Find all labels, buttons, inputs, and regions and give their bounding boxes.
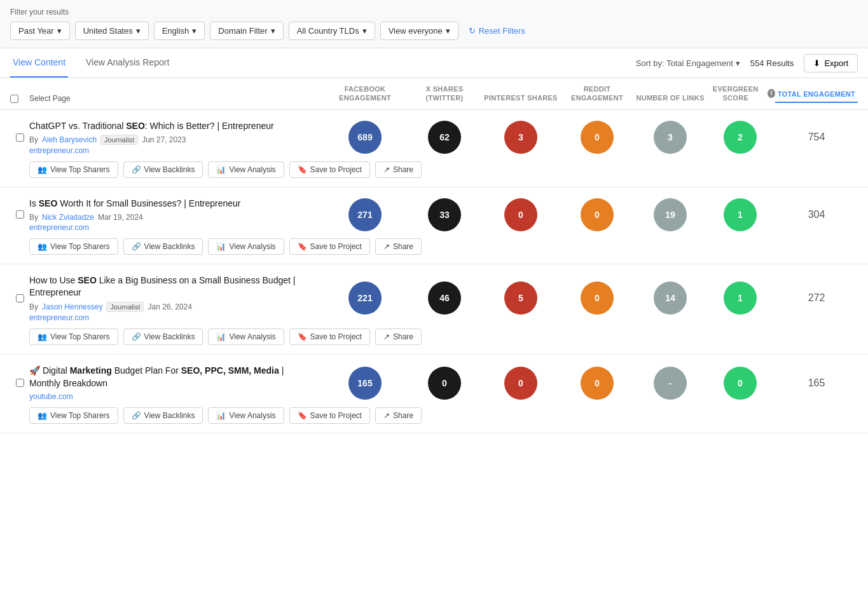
tab-view-analysis[interactable]: View Analysis Report xyxy=(83,48,172,78)
export-button[interactable]: ⬇ Export xyxy=(804,54,858,72)
col-xshares: X Shares (Twitter) xyxy=(406,85,483,103)
select-page-label: Select Page xyxy=(29,94,324,103)
row1-xshares: 62 xyxy=(406,121,483,154)
row1-view-analysis-btn[interactable]: 📊 View Analysis xyxy=(208,161,284,178)
col-pinterest: Pinterest Shares xyxy=(483,93,559,102)
row4-share-btn[interactable]: ↗ Share xyxy=(375,407,422,424)
export-icon: ⬇ xyxy=(813,58,820,68)
domain-filter-btn[interactable]: Domain Filter ▾ xyxy=(210,22,283,40)
row3-view-top-sharers-btn[interactable]: 👥 View Top Sharers xyxy=(29,329,118,345)
row4-domain[interactable]: youtube.com xyxy=(29,392,313,401)
row3-links-circle: 14 xyxy=(654,281,687,315)
row3-save-to-project-btn[interactable]: 🔖 Save to Project xyxy=(289,329,370,345)
select-all-checkbox[interactable] xyxy=(10,95,18,103)
row1-view-top-sharers-btn[interactable]: 👥 View Top Sharers xyxy=(29,161,118,178)
row3-date: Jan 26, 2024 xyxy=(148,302,191,311)
row2-view-analysis-btn[interactable]: 📊 View Analysis xyxy=(208,238,284,255)
language-filter-btn[interactable]: English ▾ xyxy=(154,22,205,40)
sort-by-btn[interactable]: Sort by: Total Engagement ▾ xyxy=(636,58,740,68)
row2-author[interactable]: Nick Zviadadze xyxy=(42,213,94,222)
row2-view-top-sharers-btn[interactable]: 👥 View Top Sharers xyxy=(29,238,118,255)
row3-total: 272 xyxy=(775,292,858,304)
row4-title: 🚀 Digital Marketing Budget Plan For SEO,… xyxy=(29,365,313,390)
bookmark-icon: 🔖 xyxy=(298,165,307,174)
row3-journalist-badge: Journalist xyxy=(106,302,144,312)
time-filter-btn[interactable]: Past Year ▾ xyxy=(10,22,70,40)
users-icon: 👥 xyxy=(38,411,47,420)
row4-checkbox[interactable] xyxy=(16,379,24,387)
export-label: Export xyxy=(824,58,848,68)
table-header-row: Select Page Facebook Engagement X Shares… xyxy=(0,78,868,110)
row3-reddit-circle: 0 xyxy=(581,281,614,315)
row3-view-backlinks-btn[interactable]: 🔗 View Backlinks xyxy=(123,329,203,345)
row4-view-top-sharers-btn[interactable]: 👥 View Top Sharers xyxy=(29,407,118,424)
row2-meta: By Nick Zviadadze Mar 19, 2024 xyxy=(29,213,313,222)
chart-icon: 📊 xyxy=(216,242,226,251)
row1-reddit-circle: 0 xyxy=(581,121,614,154)
row1-view-backlinks-btn[interactable]: 🔗 View Backlinks xyxy=(123,161,203,178)
row1-title: ChatGPT vs. Traditional SEO: Which is Be… xyxy=(29,120,313,133)
evergreen-info-icon[interactable]: i xyxy=(768,89,775,98)
row2-facebook-circle: 271 xyxy=(348,198,382,231)
row3-view-analysis-btn[interactable]: 📊 View Analysis xyxy=(208,329,284,345)
country-filter-btn[interactable]: United States ▾ xyxy=(75,22,149,40)
col-total: Total Engagement xyxy=(775,90,858,102)
row1-save-to-project-btn[interactable]: 🔖 Save to Project xyxy=(289,161,370,178)
language-filter-label: English xyxy=(162,26,189,36)
row2-pinterest-circle: 0 xyxy=(504,198,537,231)
row2-view-backlinks-btn[interactable]: 🔗 View Backlinks xyxy=(123,238,203,255)
row2-save-to-project-btn[interactable]: 🔖 Save to Project xyxy=(289,238,370,255)
bookmark-icon: 🔖 xyxy=(298,332,307,341)
results-count: 554 Results xyxy=(750,58,794,68)
users-icon: 👥 xyxy=(38,242,47,251)
row2-content: Is SEO Worth It for Small Businesses? | … xyxy=(29,198,324,232)
col-facebook: Facebook Engagement xyxy=(324,85,406,103)
tld-filter-btn[interactable]: All Country TLDs ▾ xyxy=(289,22,375,40)
row2-actions: 👥 View Top Sharers 🔗 View Backlinks 📊 Vi… xyxy=(29,238,868,255)
row4-save-to-project-btn[interactable]: 🔖 Save to Project xyxy=(289,407,370,424)
row3-author[interactable]: Jason Hennessey xyxy=(42,302,102,311)
row1-share-btn[interactable]: ↗ Share xyxy=(375,161,422,178)
row4-content: 🚀 Digital Marketing Budget Plan For SEO,… xyxy=(29,365,324,401)
by-label: By xyxy=(29,135,38,144)
view-filter-btn[interactable]: View everyone ▾ xyxy=(380,22,458,40)
row2-share-btn[interactable]: ↗ Share xyxy=(375,238,422,255)
row3-meta: By Jason Hennessey Journalist Jan 26, 20… xyxy=(29,302,313,312)
link-icon: 🔗 xyxy=(132,411,141,420)
col-links: Number of Links xyxy=(635,93,705,102)
share-icon: ↗ xyxy=(383,332,390,341)
bookmark-icon: 🔖 xyxy=(298,242,307,251)
tld-filter-label: All Country TLDs xyxy=(297,26,359,36)
row3-domain[interactable]: entrepreneur.com xyxy=(29,313,313,322)
row4-view-analysis-btn[interactable]: 📊 View Analysis xyxy=(208,407,284,424)
row1-checkbox[interactable] xyxy=(16,133,24,142)
row2-domain[interactable]: entrepreneur.com xyxy=(29,223,313,232)
row2-title: Is SEO Worth It for Small Businesses? | … xyxy=(29,198,313,210)
row1-pinterest-circle: 3 xyxy=(504,121,537,154)
reset-filters-btn[interactable]: ↻ Reset Filters xyxy=(469,26,525,36)
row3-pinterest-circle: 5 xyxy=(504,281,537,315)
row3-checkbox[interactable] xyxy=(16,294,24,302)
row1-pinterest: 3 xyxy=(483,121,559,154)
row1-content: ChatGPT vs. Traditional SEO: Which is Be… xyxy=(29,120,324,156)
link-icon: 🔗 xyxy=(132,165,141,174)
chevron-down-icon: ▾ xyxy=(362,26,367,36)
row1-links-circle: 3 xyxy=(654,121,687,154)
chevron-down-icon: ▾ xyxy=(736,58,740,68)
row1-author[interactable]: Aleh Barysevich xyxy=(42,135,97,144)
row3-share-btn[interactable]: ↗ Share xyxy=(375,329,422,345)
tab-view-content[interactable]: View Content xyxy=(10,48,68,78)
table-row: Is SEO Worth It for Small Businesses? | … xyxy=(0,187,868,264)
row1-total: 754 xyxy=(775,132,858,143)
row1-xshares-circle: 62 xyxy=(428,121,461,154)
row3-content: How to Use SEO Like a Big Business on a … xyxy=(29,274,324,322)
row1-domain[interactable]: entrepreneur.com xyxy=(29,146,313,155)
row4-facebook-circle: 165 xyxy=(348,367,382,400)
row2-checkbox[interactable] xyxy=(16,210,24,219)
row2-evergreen-circle: 1 xyxy=(724,198,757,231)
row2-xshares-circle: 33 xyxy=(428,198,461,231)
row4-view-backlinks-btn[interactable]: 🔗 View Backlinks xyxy=(123,407,203,424)
chevron-down-icon: ▾ xyxy=(57,26,62,36)
row4-xshares-circle: 0 xyxy=(428,367,461,400)
row1-links: 3 xyxy=(635,121,705,154)
